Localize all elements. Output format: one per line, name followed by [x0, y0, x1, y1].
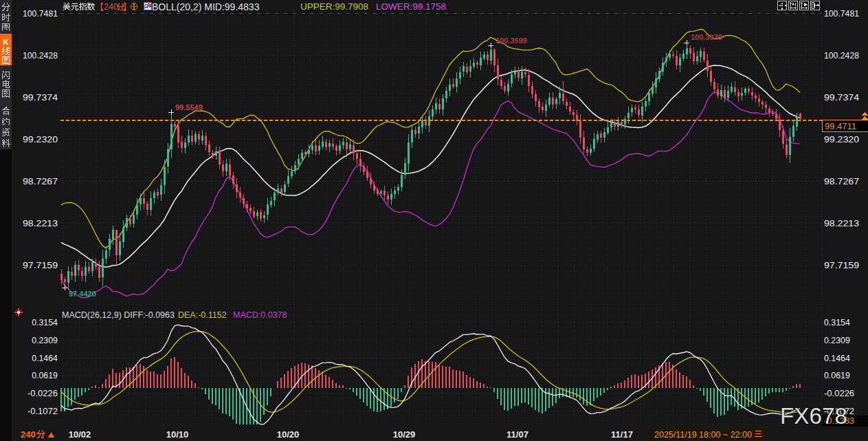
svg-text:11/17: 11/17 — [611, 429, 633, 440]
svg-text:0.0619: 0.0619 — [32, 370, 58, 380]
svg-text:98.2213: 98.2213 — [824, 218, 859, 228]
svg-text:99.2320: 99.2320 — [23, 134, 58, 144]
svg-text:FX678: FX678 — [780, 402, 847, 429]
svg-text:2025/11/19 18:00 ~ 22:00: 2025/11/19 18:00 ~ 22:00 — [654, 430, 752, 440]
svg-text:MACD(26,12,9) DIFF:-0.0963: MACD(26,12,9) DIFF:-0.0963 — [62, 310, 175, 320]
svg-text:MACD:0.0378: MACD:0.0378 — [233, 310, 287, 320]
svg-text:240: 240 — [104, 2, 118, 12]
svg-text:98.2213: 98.2213 — [23, 218, 58, 228]
svg-text:10/20: 10/20 — [277, 429, 300, 440]
svg-text:10/29: 10/29 — [393, 429, 416, 440]
svg-text:0.2309: 0.2309 — [32, 335, 58, 345]
svg-text:UPPER:99.7908: UPPER:99.7908 — [300, 1, 368, 12]
svg-text:K: K — [3, 38, 9, 46]
svg-text:99.7374: 99.7374 — [23, 92, 58, 103]
svg-text:-0.1072: -0.1072 — [27, 406, 58, 416]
svg-text:99.7374: 99.7374 — [824, 92, 860, 103]
svg-text:LOWER:99.1758: LOWER:99.1758 — [376, 1, 446, 12]
svg-text:10/10: 10/10 — [166, 429, 189, 440]
svg-text:100.7481: 100.7481 — [23, 8, 58, 19]
svg-text:99.4711: 99.4711 — [825, 121, 856, 131]
svg-text:0.3154: 0.3154 — [32, 317, 58, 327]
svg-text:10/02: 10/02 — [69, 429, 91, 440]
svg-text:99.2320: 99.2320 — [824, 134, 859, 144]
svg-text:99.5549: 99.5549 — [175, 103, 203, 111]
svg-text:DEA:-0.1152: DEA:-0.1152 — [178, 310, 227, 320]
svg-text:0.2309: 0.2309 — [824, 335, 850, 345]
svg-text:98.7267: 98.7267 — [824, 176, 859, 186]
svg-text:0.0619: 0.0619 — [824, 370, 850, 380]
svg-text:97.7159: 97.7159 — [824, 260, 859, 270]
svg-text:100.2428: 100.2428 — [824, 50, 859, 61]
svg-text:97.7159: 97.7159 — [23, 260, 58, 270]
svg-text:100.2428: 100.2428 — [23, 50, 58, 61]
svg-text:-0.0226: -0.0226 — [824, 388, 854, 398]
svg-text:11/07: 11/07 — [507, 429, 528, 440]
svg-text:0.1464: 0.1464 — [32, 353, 58, 363]
svg-text:98.7267: 98.7267 — [23, 176, 58, 186]
svg-text:100.3939: 100.3939 — [691, 33, 722, 41]
svg-text:-0.0226: -0.0226 — [27, 388, 58, 398]
svg-text:240: 240 — [21, 429, 36, 440]
svg-text:97.4420: 97.4420 — [69, 290, 96, 298]
svg-text:100.7481: 100.7481 — [824, 8, 859, 19]
svg-text:0.3154: 0.3154 — [824, 317, 850, 327]
svg-text:BOLL(20,2) MID:99.4833: BOLL(20,2) MID:99.4833 — [152, 1, 260, 12]
svg-text:0.1464: 0.1464 — [824, 353, 850, 363]
svg-text:100.3599: 100.3599 — [496, 36, 527, 45]
